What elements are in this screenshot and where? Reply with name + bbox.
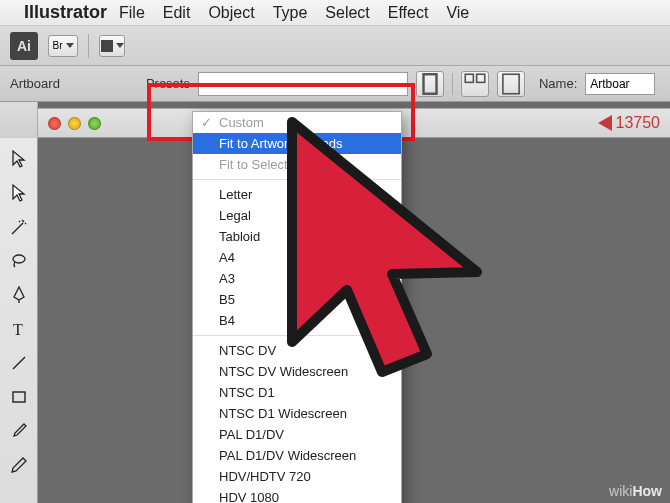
- preset-item[interactable]: B5: [193, 289, 401, 310]
- svg-rect-2: [477, 74, 485, 82]
- preset-item[interactable]: Letter: [193, 184, 401, 205]
- app-bar: Ai Br: [0, 26, 670, 66]
- menu-select[interactable]: Select: [325, 4, 369, 22]
- tools-panel: T: [0, 138, 38, 503]
- selection-tool[interactable]: [4, 144, 34, 174]
- divider: [193, 179, 401, 180]
- preset-item[interactable]: NTSC DV: [193, 340, 401, 361]
- name-label: Name:: [539, 76, 577, 91]
- rectangle-tool[interactable]: [4, 382, 34, 412]
- lasso-tool[interactable]: [4, 246, 34, 276]
- preset-item[interactable]: PAL D1/DV: [193, 424, 401, 445]
- arrow-left-icon: [598, 115, 612, 131]
- divider: [452, 73, 453, 95]
- app-name[interactable]: Illustrator: [24, 2, 107, 23]
- pen-tool[interactable]: [4, 280, 34, 310]
- mac-menu-bar: Illustrator File Edit Object Type Select…: [0, 0, 670, 26]
- left-gutter: [0, 102, 38, 138]
- page-icon: [498, 71, 524, 97]
- close-icon[interactable]: [48, 117, 61, 130]
- svg-line-6: [13, 357, 25, 369]
- menu-edit[interactable]: Edit: [163, 4, 191, 22]
- svg-rect-3: [503, 74, 519, 94]
- menu-object[interactable]: Object: [208, 4, 254, 22]
- preset-label: Presets: [146, 76, 190, 91]
- name-input[interactable]: Artboar: [585, 73, 655, 95]
- zoom-value: 13750: [616, 114, 661, 132]
- svg-rect-0: [423, 74, 436, 94]
- chevron-down-icon: [66, 43, 74, 48]
- layout-icon: [101, 40, 113, 52]
- preset-item[interactable]: HDV/HDTV 720: [193, 466, 401, 487]
- preset-item-fit-selected[interactable]: Fit to Select: [193, 154, 401, 175]
- preset-item[interactable]: NTSC DV Widescreen: [193, 361, 401, 382]
- divider: [193, 335, 401, 336]
- svg-text:T: T: [13, 321, 23, 338]
- preset-item-fit-artwork[interactable]: Fit to Artwork Bounds: [193, 133, 401, 154]
- minimize-icon[interactable]: [68, 117, 81, 130]
- wikihow-watermark: wikiHow: [609, 483, 662, 499]
- br-button[interactable]: Br: [48, 35, 78, 57]
- br-label: Br: [53, 40, 63, 51]
- grid-icon: [462, 71, 488, 97]
- menu-effect[interactable]: Effect: [388, 4, 429, 22]
- preset-item[interactable]: Legal: [193, 205, 401, 226]
- artboard-options-button[interactable]: [461, 71, 489, 97]
- preset-item[interactable]: B4: [193, 310, 401, 331]
- line-tool[interactable]: [4, 348, 34, 378]
- control-bar: Artboard Presets Name: Artboar: [0, 66, 670, 102]
- name-value: Artboar: [590, 77, 629, 91]
- menu-file[interactable]: File: [119, 4, 145, 22]
- svg-point-4: [13, 255, 25, 263]
- artboard-new-button[interactable]: [497, 71, 525, 97]
- type-tool[interactable]: T: [4, 314, 34, 344]
- svg-rect-1: [465, 74, 473, 82]
- preset-item[interactable]: A4: [193, 247, 401, 268]
- menu-view[interactable]: Vie: [446, 4, 469, 22]
- zoom-indicator: 13750: [598, 114, 661, 132]
- preset-item[interactable]: HDV 1080: [193, 487, 401, 503]
- menu-type[interactable]: Type: [273, 4, 308, 22]
- divider: [88, 34, 89, 58]
- direct-selection-tool[interactable]: [4, 178, 34, 208]
- window-controls: [48, 117, 101, 130]
- layout-button[interactable]: [99, 35, 125, 57]
- preset-item-custom[interactable]: Custom: [193, 112, 401, 133]
- preset-item[interactable]: Tabloid: [193, 226, 401, 247]
- section-label: Artboard: [10, 76, 60, 91]
- chevron-down-icon: [116, 43, 124, 48]
- preset-item[interactable]: PAL D1/DV Widescreen: [193, 445, 401, 466]
- svg-rect-7: [13, 392, 25, 402]
- preset-dropdown[interactable]: [198, 72, 408, 96]
- ai-logo-icon: Ai: [10, 32, 38, 60]
- zoom-icon[interactable]: [88, 117, 101, 130]
- paintbrush-tool[interactable]: [4, 416, 34, 446]
- preset-item[interactable]: NTSC D1 Widescreen: [193, 403, 401, 424]
- preset-item[interactable]: A3: [193, 268, 401, 289]
- orientation-portrait-button[interactable]: [416, 71, 444, 97]
- pencil-tool[interactable]: [4, 450, 34, 480]
- preset-menu: Custom Fit to Artwork Bounds Fit to Sele…: [192, 111, 402, 503]
- preset-item[interactable]: NTSC D1: [193, 382, 401, 403]
- portrait-icon: [417, 71, 443, 97]
- magic-wand-tool[interactable]: [4, 212, 34, 242]
